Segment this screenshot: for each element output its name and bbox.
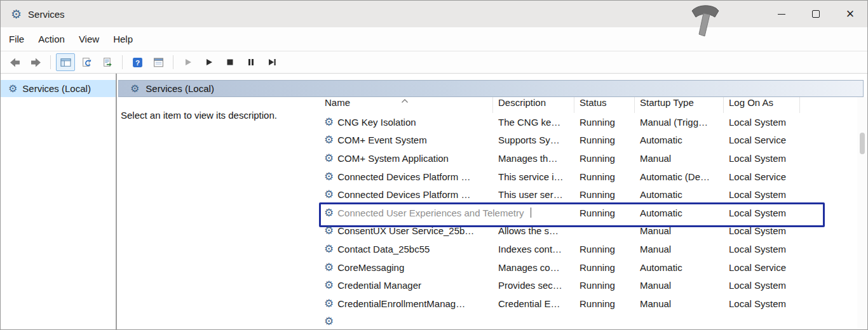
properties-icon <box>153 57 164 68</box>
service-name-cell: ⚙ COM+ System Application <box>316 153 493 164</box>
column-header-log-on-as-label: Log On As <box>729 97 773 108</box>
tree-item-label: Services (Local) <box>22 83 91 94</box>
column-header-description-label: Description <box>498 97 546 108</box>
service-gear-icon: ⚙ <box>324 316 334 327</box>
service-status: Running <box>574 153 635 164</box>
service-name: Connected Devices Platform … <box>337 189 470 200</box>
resume-service-button[interactable] <box>200 53 219 71</box>
service-description: Allows the s… <box>493 225 574 236</box>
service-startup-type: Automatic <box>635 262 724 273</box>
service-startup-type: Automatic <box>635 208 724 218</box>
column-header-startup-type[interactable]: Startup Type <box>635 97 724 113</box>
service-row[interactable]: ⚙ Connected Devices Platform … This serv… <box>316 168 857 186</box>
service-row[interactable]: ⚙ CoreMessaging Manages co… Running Auto… <box>316 258 857 277</box>
service-name-cell: ⚙ CoreMessaging <box>316 262 493 273</box>
restart-service-button[interactable] <box>262 53 281 71</box>
service-startup-type: Manual <box>635 244 724 254</box>
column-header-status-label: Status <box>580 97 607 108</box>
menu-help[interactable]: Help <box>106 29 140 49</box>
service-log-on-as: Local System <box>724 244 800 254</box>
service-name-cell: ⚙ Connected Devices Platform … <box>316 171 493 182</box>
start-service-button[interactable] <box>179 53 198 71</box>
service-gear-icon: ⚙ <box>324 208 334 218</box>
service-row[interactable]: ⚙ COM+ Event System Supports Sy… Running… <box>316 131 857 150</box>
service-log-on-as: Local Service <box>724 135 800 145</box>
pause-service-button[interactable] <box>241 53 261 71</box>
service-row[interactable]: ⚙ Connected User Experiences and Telemet… <box>316 204 857 222</box>
service-description: Manages co… <box>493 262 574 273</box>
back-button[interactable] <box>5 53 24 71</box>
pause-service-icon <box>247 58 255 67</box>
refresh-button[interactable] <box>77 53 96 71</box>
show-console-tree-button[interactable] <box>56 53 75 71</box>
maximize-icon <box>812 10 820 18</box>
service-row[interactable]: ⚙ COM+ System Application Manages th… Ru… <box>316 149 857 168</box>
service-row[interactable]: ⚙ CNG Key Isolation The CNG ke… Running … <box>316 113 857 131</box>
titlebar: ⚙ Services × <box>1 1 867 27</box>
scrollbar-thumb[interactable] <box>860 133 865 154</box>
tree-item-services-local[interactable]: ⚙ Services (Local) <box>1 80 116 97</box>
column-header-description[interactable]: Description <box>493 97 574 113</box>
properties-button[interactable] <box>149 53 168 71</box>
service-row[interactable]: ⚙ Contact Data_25bc55 Indexes cont… Runn… <box>316 240 857 258</box>
service-status: Running <box>574 262 635 273</box>
minimize-button[interactable] <box>764 1 799 27</box>
service-log-on-as: Local System <box>724 280 800 291</box>
menu-action[interactable]: Action <box>31 29 72 49</box>
service-name: Connected User Experiences and Telemetry <box>337 208 524 218</box>
service-description: Manages th… <box>493 153 574 164</box>
export-list-button[interactable] <box>98 53 117 71</box>
forward-arrow-icon <box>31 57 41 68</box>
restart-service-icon <box>268 58 276 67</box>
service-status: Running <box>574 298 635 309</box>
services-node-icon: ⚙ <box>8 84 17 94</box>
service-log-on-as: Local System <box>724 153 800 164</box>
service-gear-icon: ⚙ <box>324 171 334 182</box>
service-gear-icon: ⚙ <box>324 298 334 309</box>
column-header-filler <box>800 97 857 113</box>
services-content: Select an item to view its description. … <box>117 97 867 329</box>
service-row[interactable]: ⚙ <box>316 313 857 330</box>
stop-service-button[interactable] <box>220 53 240 71</box>
maximize-button[interactable] <box>799 1 833 27</box>
service-row[interactable]: ⚙ Credential Manager Provides sec… Runni… <box>316 276 857 294</box>
service-row[interactable]: ⚙ ConsentUX User Service_25b… Allows the… <box>316 222 857 241</box>
services-header-bar: ⚙ Services (Local) <box>118 80 864 97</box>
console-tree-icon <box>60 57 71 68</box>
vertical-scrollbar[interactable] <box>857 97 867 329</box>
help-button[interactable]: ? <box>128 53 147 71</box>
service-status: Running <box>574 208 635 218</box>
refresh-icon <box>81 57 92 68</box>
sort-ascending-icon <box>401 99 408 103</box>
start-service-icon <box>184 58 193 67</box>
service-description: Provides sec… <box>493 280 574 291</box>
close-button[interactable]: × <box>833 1 867 27</box>
services-header-icon: ⚙ <box>130 84 139 94</box>
service-gear-icon: ⚙ <box>324 244 334 254</box>
toolbar-separator <box>50 55 51 69</box>
service-name: Credential Manager <box>337 280 421 291</box>
service-startup-type: Manual <box>635 298 724 309</box>
service-name-cell: ⚙ CredentialEnrollmentManag… <box>316 298 493 309</box>
service-startup-type: Manual (Trigg… <box>635 117 724 128</box>
service-name-cell: ⚙ Connected User Experiences and Telemet… <box>316 208 493 218</box>
service-row[interactable]: ⚙ Connected Devices Platform … This user… <box>316 185 857 204</box>
back-arrow-icon <box>10 57 20 68</box>
service-name: ConsentUX User Service_25b… <box>337 225 474 236</box>
column-header-log-on-as[interactable]: Log On As <box>724 97 800 113</box>
menu-file[interactable]: File <box>2 29 31 49</box>
services-window: ⚙ Services × File Action View Help <box>0 0 868 330</box>
menu-view[interactable]: View <box>72 29 106 49</box>
service-name-cell: ⚙ Credential Manager <box>316 280 493 291</box>
stop-service-icon <box>226 58 234 67</box>
svg-text:?: ? <box>135 58 139 66</box>
column-header-name[interactable]: Name <box>316 97 493 113</box>
service-status: Running <box>574 171 635 182</box>
forward-button[interactable] <box>26 53 45 71</box>
service-row[interactable]: ⚙ CredentialEnrollmentManag… Credential … <box>316 294 857 313</box>
service-name-cell: ⚙ CNG Key Isolation <box>316 117 493 128</box>
column-header-status[interactable]: Status <box>574 97 635 113</box>
service-gear-icon: ⚙ <box>324 225 334 236</box>
service-startup-type: Manual <box>635 153 724 164</box>
service-gear-icon: ⚙ <box>324 117 334 128</box>
